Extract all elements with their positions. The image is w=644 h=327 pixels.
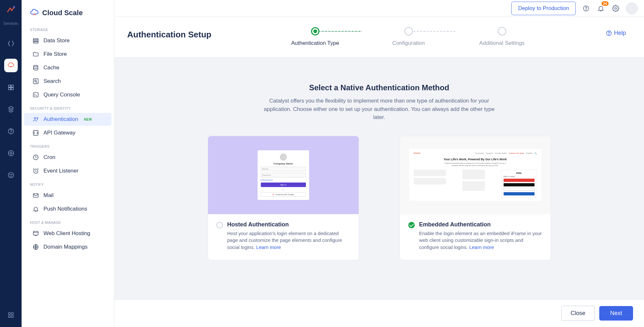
globe-icon [33, 244, 39, 250]
sidebar-item-search[interactable]: Search [24, 75, 111, 88]
rail-apps-icon[interactable] [4, 308, 18, 322]
rail-item-cloud-scale[interactable] [4, 59, 18, 72]
mail-icon [33, 192, 39, 199]
search-icon [33, 78, 39, 84]
page-title: Authentication Setup [127, 25, 211, 40]
stepper: Authentication Type Configuration Additi… [211, 25, 606, 46]
svg-rect-16 [33, 42, 38, 43]
svg-point-3 [10, 152, 12, 154]
learn-more-hosted[interactable]: Learn more [256, 244, 281, 250]
sidebar-item-push[interactable]: Push Notifications [24, 203, 111, 215]
main-panel: Authentication Setup Authentication Type… [114, 17, 644, 327]
card-hosted[interactable]: Company Name Mail ID Password Forgot pas… [208, 136, 359, 260]
sidebar: Cloud Scale STORAGE Data Store File Stor… [22, 0, 114, 327]
section-storage: STORAGE [22, 23, 114, 34]
svg-rect-10 [11, 316, 13, 318]
help-link[interactable]: Help [606, 25, 631, 36]
card-hosted-preview: Company Name Mail ID Password Forgot pas… [208, 136, 359, 214]
svg-rect-18 [33, 79, 38, 84]
step-configuration[interactable]: Configuration [362, 27, 455, 46]
card-hosted-desc: Host your application's login element on… [227, 230, 350, 251]
card-embedded-title: Embedded Authentication [419, 221, 542, 228]
sidebar-item-domain[interactable]: Domain Mappings [24, 241, 111, 253]
content-body: Select a Native Authentication Method Ca… [114, 57, 644, 327]
svg-rect-26 [33, 193, 38, 197]
step-additional[interactable]: Additional Settings [455, 27, 549, 46]
svg-point-4 [8, 173, 14, 178]
svg-point-12 [586, 9, 586, 10]
svg-rect-20 [33, 93, 38, 97]
select-title: Select a Native Authentication Method [127, 83, 631, 92]
product-logo [5, 4, 17, 15]
card-embedded-desc: Enable the login element as an embedded … [419, 230, 542, 251]
rail-item-7[interactable] [4, 168, 18, 182]
rail-item-4[interactable] [4, 103, 18, 116]
sidebar-item-data-store[interactable]: Data Store [24, 34, 111, 47]
svg-point-21 [34, 117, 36, 119]
svg-point-1 [11, 133, 11, 133]
card-hosted-title: Hosted Authentication [227, 221, 350, 228]
settings-icon[interactable] [611, 4, 620, 13]
svg-rect-27 [33, 231, 38, 235]
clock-icon [33, 154, 39, 161]
notifications-icon[interactable]: 24 [596, 4, 605, 13]
gateway-icon [33, 130, 39, 136]
step-dot-1 [311, 27, 319, 35]
bell-icon [33, 206, 39, 212]
svg-point-19 [35, 80, 36, 82]
svg-point-13 [615, 7, 617, 9]
sidebar-product-title: Cloud Scale [22, 0, 114, 23]
step-dot-2 [404, 27, 413, 35]
help-icon[interactable] [582, 4, 591, 13]
sidebar-item-web-hosting[interactable]: Web Client Hosting [24, 227, 111, 240]
step-auth-type[interactable]: Authentication Type [269, 27, 362, 46]
section-triggers: TRIGGERS [22, 140, 114, 150]
cloud-scale-icon [30, 8, 39, 17]
svg-rect-15 [33, 40, 38, 41]
sidebar-item-cron[interactable]: Cron [24, 151, 111, 164]
card-embedded-preview: ZOHO CustomersSupportContact SalesAccess… [400, 136, 551, 214]
user-avatar[interactable] [626, 3, 638, 14]
rail-item-5[interactable] [4, 124, 18, 138]
user-key-icon [33, 116, 39, 123]
learn-more-embedded[interactable]: Learn more [469, 244, 494, 250]
cache-icon [33, 64, 39, 71]
rail-item-1[interactable] [4, 37, 18, 50]
rail-item-3[interactable] [4, 81, 18, 94]
main-header: Authentication Setup Authentication Type… [114, 17, 644, 57]
topbar: A AuthorizationPo... Deploy to Productio… [22, 0, 644, 17]
sidebar-item-file-store[interactable]: File Store [24, 48, 111, 61]
footer: Close Next [114, 299, 644, 327]
alarm-icon [33, 168, 39, 174]
terminal-icon [33, 92, 39, 98]
sidebar-item-event-listener[interactable]: Event Listener [24, 164, 111, 177]
sidebar-item-authentication[interactable]: AuthenticationNEW [24, 113, 111, 126]
svg-rect-14 [33, 38, 38, 40]
deploy-button[interactable]: Deploy to Production [511, 2, 576, 15]
help-circle-icon [606, 30, 612, 36]
new-badge: NEW [84, 118, 92, 121]
svg-point-17 [33, 65, 38, 67]
select-desc: Catalyst offers you the flexibility to i… [260, 97, 498, 122]
mock-embedded-site: ZOHO CustomersSupportContact SalesAccess… [409, 149, 541, 201]
close-button[interactable]: Close [561, 306, 595, 321]
rail-item-6[interactable] [4, 146, 18, 160]
sidebar-item-api-gateway[interactable]: API Gateway [24, 126, 111, 139]
next-button[interactable]: Next [599, 306, 633, 321]
svg-rect-9 [8, 316, 10, 318]
svg-rect-7 [8, 313, 10, 315]
card-embedded[interactable]: ZOHO CustomersSupportContact SalesAccess… [400, 136, 551, 260]
services-rail: Services [0, 0, 22, 327]
browser-icon [33, 230, 39, 237]
services-label: Services [3, 21, 18, 26]
radio-hosted[interactable] [216, 222, 223, 228]
svg-rect-8 [11, 313, 13, 315]
sidebar-item-cache[interactable]: Cache [24, 61, 111, 74]
svg-point-5 [10, 174, 10, 175]
section-security: SECURITY & IDENTITY [22, 102, 114, 112]
database-icon [33, 37, 39, 44]
sidebar-item-mail[interactable]: Mail [24, 189, 111, 202]
radio-embedded[interactable] [408, 222, 415, 228]
sidebar-item-query-console[interactable]: Query Console [24, 88, 111, 101]
auth-method-cards: Company Name Mail ID Password Forgot pas… [127, 136, 631, 260]
